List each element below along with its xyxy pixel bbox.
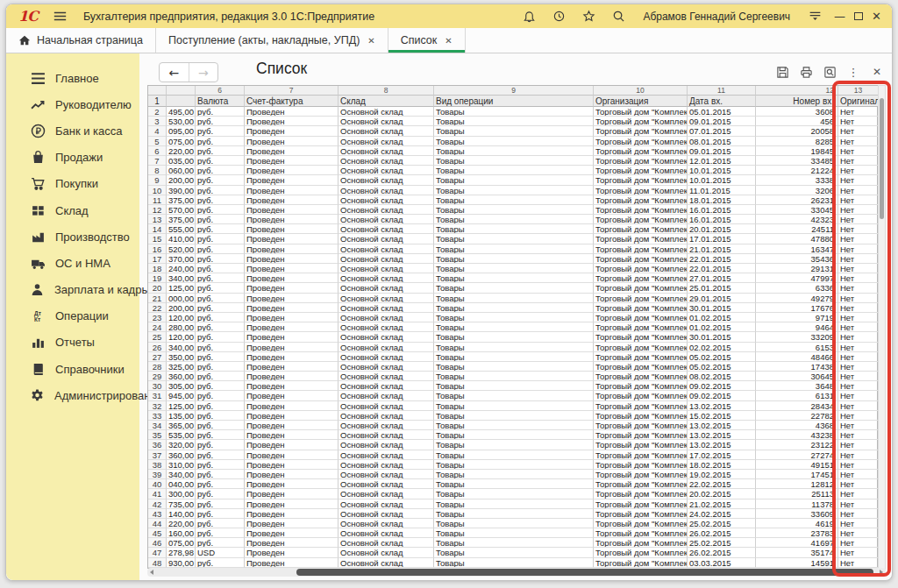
sidebar-item-prodazhi[interactable]: Продажи bbox=[6, 145, 139, 171]
vertical-scrollbar[interactable] bbox=[878, 85, 886, 571]
tab-close-icon[interactable]: ✕ bbox=[445, 36, 452, 46]
table-cell: 40 bbox=[148, 479, 167, 489]
sidebar-item-rukovoditelyu[interactable]: Руководителю bbox=[6, 91, 139, 117]
tab-receipts[interactable]: Поступление (акты, накладные, УПД) ✕ bbox=[156, 28, 388, 53]
table-row[interactable]: 23120,00руб.ПроведенОсновной складТовары… bbox=[148, 313, 877, 322]
table-row[interactable]: 43140,00руб.ПроведенОсновной складТовары… bbox=[148, 509, 877, 519]
sidebar-item-zarplata-i-kadry[interactable]: Зарплата и кадры bbox=[6, 277, 139, 303]
table-row[interactable]: 11375,00руб.ПроведенОсновной складТовары… bbox=[148, 195, 877, 205]
horizontal-scrollbar[interactable] bbox=[147, 568, 886, 577]
save-icon[interactable] bbox=[774, 64, 790, 80]
table-row[interactable]: 15410,00руб.ПроведенОсновной складТовары… bbox=[148, 234, 877, 244]
table-row[interactable]: 32125,00руб.ПроведенОсновной складТовары… bbox=[148, 401, 877, 411]
table-row[interactable]: 42735,00руб.ПроведенОсновной складТовары… bbox=[148, 499, 877, 509]
table-row[interactable]: 41300,00руб.ПроведенОсновной складТовары… bbox=[148, 489, 877, 499]
table-row[interactable]: 6220,00руб.ПроведенОсновной складТоварыТ… bbox=[148, 146, 877, 156]
tab-home[interactable]: Начальная страница bbox=[6, 28, 156, 53]
table-row[interactable]: 18240,00руб.ПроведенОсновной складТовары… bbox=[148, 264, 877, 273]
table-row[interactable]: 45160,00руб.ПроведенОсновной складТовары… bbox=[148, 528, 877, 538]
table-cell: Основной склад bbox=[339, 440, 434, 450]
table-row[interactable]: 20125,00руб.ПроведенОсновной складТовары… bbox=[148, 283, 877, 293]
table-row[interactable]: 17370,00руб.ПроведенОсновной складТовары… bbox=[148, 254, 877, 264]
table-row[interactable]: 12570,00руб.ПроведенОсновной складТовары… bbox=[148, 205, 877, 215]
table-row[interactable]: 40040,00руб.ПроведенОсновной складТовары… bbox=[148, 479, 877, 489]
vertical-scroll-thumb[interactable] bbox=[880, 98, 884, 219]
sidebar-item-bank-i-kassa[interactable]: Банк и касса bbox=[6, 117, 139, 144]
table-cell: 17438 bbox=[756, 362, 838, 372]
table-cell: Товары bbox=[434, 528, 594, 538]
sidebar-item-operacii[interactable]: ДтКтОперации bbox=[6, 303, 139, 329]
table-row[interactable]: 2495,00руб.ПроведенОсновной складТоварыТ… bbox=[148, 107, 877, 117]
table-cell: Товары bbox=[434, 450, 594, 460]
table-row[interactable]: 21000,00руб.ПроведенОсновной складТовары… bbox=[148, 294, 877, 303]
scroll-right-arrow[interactable] bbox=[880, 570, 883, 575]
table-row[interactable]: 8060,00руб.ПроведенОсновной складТоварыТ… bbox=[148, 166, 877, 175]
table-row[interactable]: 46075,00руб.ПроведенОсновной складТовары… bbox=[148, 538, 877, 548]
sidebar-item-glavnoe[interactable]: Главное bbox=[6, 65, 139, 91]
current-user[interactable]: Абрамов Геннадий Сергеевич bbox=[643, 11, 790, 23]
favorites-icon[interactable] bbox=[578, 8, 599, 25]
table-cell: руб. bbox=[196, 294, 245, 303]
maximize-button[interactable] bbox=[854, 12, 863, 20]
table-row[interactable]: 28325,00руб.ПроведенОсновной складТовары… bbox=[148, 362, 877, 372]
table-row[interactable]: 7035,00руб.ПроведенОсновной складТоварыТ… bbox=[148, 156, 877, 166]
table-row[interactable]: 5075,00руб.ПроведенОсновной складТоварыТ… bbox=[148, 137, 877, 146]
table-row[interactable]: 4095,00руб.ПроведенОсновной складТоварыТ… bbox=[148, 126, 877, 136]
table-row[interactable]: 37360,00руб.ПроведенОсновной складТовары… bbox=[148, 450, 877, 460]
table-row[interactable]: 10390,00руб.ПроведенОсновной складТовары… bbox=[148, 186, 877, 195]
table-row[interactable]: 36320,00руб.ПроведенОсновной складТовары… bbox=[148, 440, 877, 450]
table-row[interactable]: 24280,00руб.ПроведенОсновной складТовары… bbox=[148, 322, 877, 332]
sidebar-item-administrirovanie[interactable]: Администрирование bbox=[6, 382, 139, 408]
tab-list[interactable]: Список ✕ bbox=[388, 28, 466, 53]
table-row[interactable]: 35535,00руб.ПроведенОсновной складТовары… bbox=[148, 430, 877, 440]
table-row[interactable]: 19340,00руб.ПроведенОсновной складТовары… bbox=[148, 273, 877, 283]
close-list-icon[interactable]: ✕ bbox=[869, 64, 885, 80]
history-icon[interactable] bbox=[548, 8, 569, 25]
table-row[interactable]: 29360,00руб.ПроведенОсновной складТовары… bbox=[148, 372, 877, 381]
table-row[interactable]: 16520,00руб.ПроведенОсновной складТовары… bbox=[148, 244, 877, 254]
close-window-button[interactable]: ✕ bbox=[872, 11, 881, 22]
tab-close-icon[interactable]: ✕ bbox=[367, 36, 374, 46]
sidebar-item-proizvodstvo[interactable]: Производство bbox=[6, 223, 139, 250]
table-row[interactable]: 27350,00руб.ПроведенОсновной складТовары… bbox=[148, 352, 877, 362]
table-row[interactable]: 30305,00руб.ПроведенОсновной складТовары… bbox=[148, 381, 877, 391]
table-cell: Товары bbox=[434, 244, 594, 254]
table-cell: 13.02.2015 bbox=[688, 430, 756, 440]
forward-button[interactable]: → bbox=[189, 63, 218, 81]
table-cell: Валюта bbox=[196, 96, 245, 107]
table-header-row[interactable]: 1ВалютаСчет-фактураСкладВид операцииОрга… bbox=[148, 96, 877, 107]
notifications-icon[interactable] bbox=[518, 8, 539, 25]
table-row[interactable]: 13375,00руб.ПроведенОсновной складТовары… bbox=[148, 215, 877, 224]
table-row[interactable]: 22200,00руб.ПроведенОсновной складТовары… bbox=[148, 303, 877, 313]
preview-icon[interactable] bbox=[822, 64, 837, 80]
table-cell: Товары bbox=[434, 224, 594, 234]
scroll-left-arrow[interactable] bbox=[150, 570, 153, 575]
table-row[interactable]: 33135,00руб.ПроведенОсновной складТовары… bbox=[148, 411, 877, 421]
table-row[interactable]: 44220,00руб.ПроведенОсновной складТовары… bbox=[148, 519, 877, 528]
table-cell: Проведен bbox=[245, 234, 339, 244]
horizontal-scroll-thumb[interactable] bbox=[296, 569, 873, 576]
table-row[interactable]: 14555,00руб.ПроведенОсновной складТовары… bbox=[148, 224, 877, 234]
main-menu-icon[interactable] bbox=[50, 8, 71, 25]
table-row[interactable]: 3530,00руб.ПроведенОсновной складТоварыТ… bbox=[148, 117, 877, 126]
sidebar-item-spravochniki[interactable]: Справочники bbox=[6, 356, 139, 382]
sidebar-item-pokupki[interactable]: Покупки bbox=[6, 171, 139, 197]
table-row[interactable]: 31945,00руб.ПроведенОсновной складТовары… bbox=[148, 391, 877, 400]
table-row[interactable]: 34365,00руб.ПроведенОсновной складТовары… bbox=[148, 421, 877, 430]
search-icon[interactable] bbox=[608, 8, 629, 25]
table-row[interactable]: 26340,00руб.ПроведенОсновной складТовары… bbox=[148, 343, 877, 352]
more-menu-icon[interactable]: ⋮ bbox=[845, 64, 861, 80]
table-row[interactable]: 39340,00руб.ПроведенОсновной складТовары… bbox=[148, 470, 877, 479]
service-menu-icon[interactable] bbox=[804, 8, 825, 25]
sidebar-item-os-i-nma[interactable]: ОС и НМА bbox=[6, 250, 139, 276]
table-row[interactable]: 47278,98USDПроведенОсновной складТоварыТ… bbox=[148, 548, 877, 557]
table-row[interactable]: 25120,00руб.ПроведенОсновной складТовары… bbox=[148, 332, 877, 342]
minimize-button[interactable]: — bbox=[834, 11, 845, 22]
table-row[interactable]: 38310,00руб.ПроведенОсновной складТовары… bbox=[148, 460, 877, 470]
sidebar-item-sklad[interactable]: Склад bbox=[6, 197, 139, 223]
table-row[interactable]: 48930,00руб.ПроведенОсновной складТовары… bbox=[148, 558, 877, 568]
table-row[interactable]: 9200,00руб.ПроведенОсновной складТоварыТ… bbox=[148, 175, 877, 185]
back-button[interactable]: ← bbox=[160, 63, 189, 81]
sidebar-item-otchety[interactable]: Отчеты bbox=[6, 329, 139, 356]
print-icon[interactable] bbox=[798, 64, 814, 80]
